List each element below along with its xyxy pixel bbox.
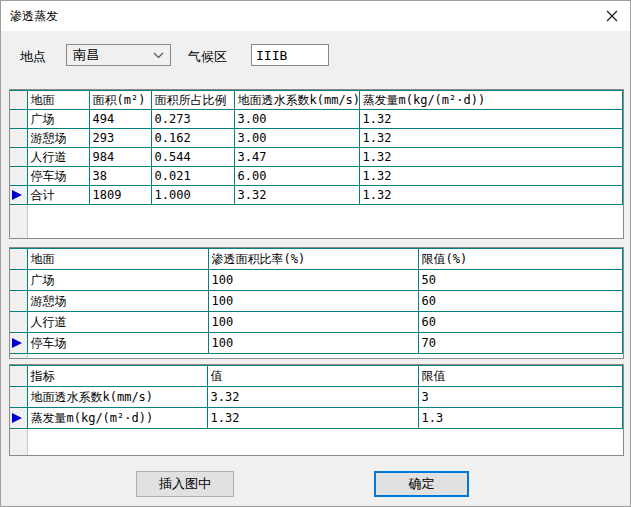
table-cell[interactable]: 60 (418, 291, 623, 312)
table-cell[interactable]: 人行道 (27, 148, 89, 167)
table-row[interactable]: 地面透水系数k(mm/s)3.323 (10, 387, 623, 408)
surface-area-table: 地面面积(m²)面积所占比例地面透水系数k(mm/s)蒸发量m(kg/(m²·d… (9, 89, 624, 239)
row-selector[interactable] (10, 167, 27, 186)
row-selector[interactable] (10, 291, 27, 312)
table-cell[interactable]: 1.32 (359, 186, 623, 205)
row-selector-header (10, 249, 27, 270)
table-row[interactable]: 停车场380.0216.001.32 (10, 167, 623, 186)
table-row[interactable]: 游憩场2930.1623.001.32 (10, 129, 623, 148)
table-row[interactable]: 停车场10070 (10, 333, 623, 354)
insert-into-drawing-button[interactable]: 插入图中 (136, 471, 234, 497)
column-header: 地面 (27, 91, 89, 110)
climate-zone-label: 气候区 (188, 48, 227, 66)
table-cell[interactable]: 100 (208, 270, 418, 291)
table-row[interactable]: 游憩场10060 (10, 291, 623, 312)
table-cell[interactable]: 1809 (89, 186, 151, 205)
table-row[interactable]: 人行道10060 (10, 312, 623, 333)
indicator-table: 指标值限值地面透水系数k(mm/s)3.323蒸发量m(kg/(m²·d))1.… (9, 364, 624, 456)
row-selector-header (10, 91, 27, 110)
window-title: 渗透蒸发 (10, 8, 58, 25)
table-row[interactable]: 人行道9840.5443.471.32 (10, 148, 623, 167)
row-selector[interactable] (10, 312, 27, 333)
column-header: 面积(m²) (89, 91, 151, 110)
table-cell[interactable]: 游憩场 (27, 129, 89, 148)
table-cell[interactable]: 1.32 (207, 408, 418, 429)
table-cell[interactable]: 1.32 (359, 148, 623, 167)
table-cell[interactable]: 1.32 (359, 110, 623, 129)
table-cell[interactable]: 0.544 (151, 148, 234, 167)
table-cell[interactable]: 38 (89, 167, 151, 186)
row-selector-header (10, 366, 27, 387)
table-cell[interactable]: 1.32 (359, 129, 623, 148)
table-empty-area (10, 429, 623, 455)
table-cell[interactable]: 停车场 (27, 333, 208, 354)
row-selector[interactable] (10, 186, 27, 205)
table-cell[interactable]: 293 (89, 129, 151, 148)
table-empty-area (10, 205, 623, 238)
table-cell[interactable]: 100 (208, 333, 418, 354)
table-cell[interactable]: 1.3 (418, 408, 623, 429)
table-cell[interactable]: 60 (418, 312, 623, 333)
infiltration-ratio-table: 地面渗透面积比率(%)限值(%)广场10050游憩场10060人行道10060停… (9, 247, 624, 359)
table-cell[interactable]: 984 (89, 148, 151, 167)
table-cell[interactable]: 停车场 (27, 167, 89, 186)
row-selector[interactable] (10, 148, 27, 167)
row-selector[interactable] (10, 387, 27, 408)
table-cell[interactable]: 0.162 (151, 129, 234, 148)
table-cell[interactable]: 3.32 (207, 387, 418, 408)
table-cell[interactable]: 100 (208, 312, 418, 333)
table-cell[interactable]: 蒸发量m(kg/(m²·d)) (27, 408, 207, 429)
column-header: 地面透水系数k(mm/s) (234, 91, 359, 110)
table-cell[interactable]: 人行道 (27, 312, 208, 333)
table-cell[interactable]: 3.32 (234, 186, 359, 205)
table-cell[interactable]: 3.00 (234, 110, 359, 129)
table-cell[interactable]: 494 (89, 110, 151, 129)
close-icon[interactable] (599, 4, 625, 28)
table-cell[interactable]: 50 (418, 270, 623, 291)
table-cell[interactable]: 3.00 (234, 129, 359, 148)
location-select[interactable]: 南昌 (66, 44, 171, 66)
row-selector[interactable] (10, 110, 27, 129)
current-row-marker-icon (12, 413, 22, 423)
table-cell[interactable]: 100 (208, 291, 418, 312)
column-header: 蒸发量m(kg/(m²·d)) (359, 91, 623, 110)
row-selector-margin (10, 429, 28, 455)
table-cell[interactable]: 地面透水系数k(mm/s) (27, 387, 207, 408)
header-row: 地面面积(m²)面积所占比例地面透水系数k(mm/s)蒸发量m(kg/(m²·d… (10, 91, 623, 110)
titlebar: 渗透蒸发 (1, 1, 630, 31)
table-cell[interactable]: 广场 (27, 270, 208, 291)
table-row[interactable]: 合计18091.0003.321.32 (10, 186, 623, 205)
row-selector-margin (10, 354, 28, 358)
climate-zone-input[interactable] (251, 44, 329, 66)
table-cell[interactable]: 1.32 (359, 167, 623, 186)
table-cell[interactable]: 游憩场 (27, 291, 208, 312)
location-selected-value: 南昌 (73, 46, 99, 64)
table-cell[interactable]: 合计 (27, 186, 89, 205)
table-cell[interactable]: 0.273 (151, 110, 234, 129)
table-cell[interactable]: 广场 (27, 110, 89, 129)
column-header: 值 (207, 366, 418, 387)
row-selector[interactable] (10, 408, 27, 429)
ok-button[interactable]: 确定 (374, 471, 469, 497)
row-selector[interactable] (10, 270, 27, 291)
header-row: 地面渗透面积比率(%)限值(%) (10, 249, 623, 270)
header-row: 指标值限值 (10, 366, 623, 387)
column-header: 地面 (27, 249, 208, 270)
table-cell[interactable]: 3 (418, 387, 623, 408)
table-row[interactable]: 广场10050 (10, 270, 623, 291)
table-row[interactable]: 蒸发量m(kg/(m²·d))1.321.3 (10, 408, 623, 429)
column-header: 限值(%) (418, 249, 623, 270)
table-cell[interactable]: 0.021 (151, 167, 234, 186)
infiltration-evaporation-dialog: 渗透蒸发 地点 南昌 气候区 地面面积(m²)面积所占比例地面透水系数k(mm/… (0, 0, 631, 507)
table-cell[interactable]: 3.47 (234, 148, 359, 167)
table-empty-area (10, 354, 623, 358)
table-row[interactable]: 广场4940.2733.001.32 (10, 110, 623, 129)
table-cell[interactable]: 6.00 (234, 167, 359, 186)
row-selector[interactable] (10, 333, 27, 354)
current-row-marker-icon (12, 190, 22, 200)
table-cell[interactable]: 70 (418, 333, 623, 354)
row-selector[interactable] (10, 129, 27, 148)
chevron-down-icon (153, 52, 164, 59)
table-cell[interactable]: 1.000 (151, 186, 234, 205)
column-header: 限值 (418, 366, 623, 387)
